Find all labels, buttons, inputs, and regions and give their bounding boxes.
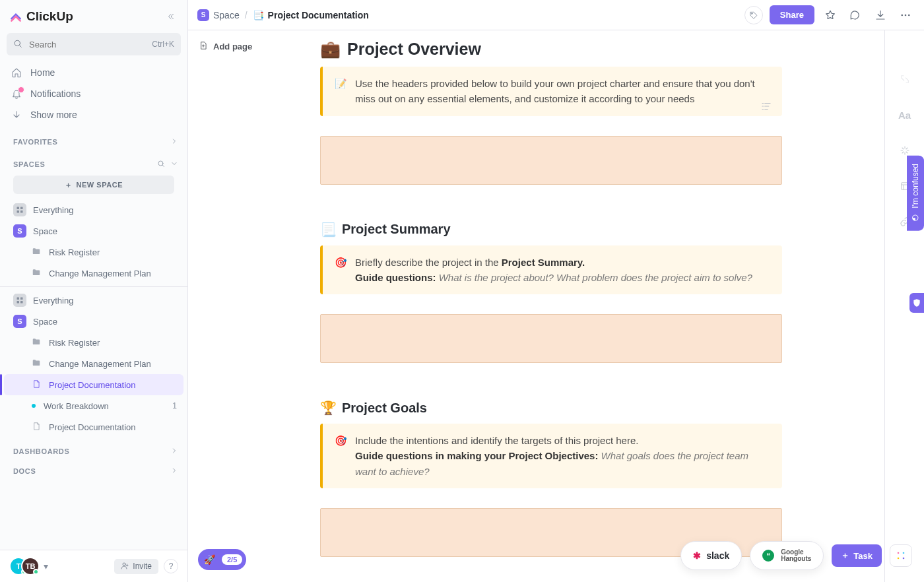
callout-summary[interactable]: 🎯 Briefly describe the project in the Pr…: [320, 245, 782, 295]
breadcrumb-doc[interactable]: 📑 Project Documentation: [253, 10, 369, 20]
logo[interactable]: ClickUp: [9, 9, 73, 24]
briefcase-icon: 💼: [320, 40, 341, 59]
section-docs[interactable]: DOCS: [0, 463, 187, 482]
collapse-sidebar-button[interactable]: [164, 9, 178, 24]
plus-icon: ＋: [65, 180, 73, 190]
empty-content-block[interactable]: [320, 314, 782, 363]
search-input-container[interactable]: Ctrl+K: [7, 33, 181, 55]
expand-icon[interactable]: [896, 70, 914, 88]
tree-space[interactable]: S Space: [4, 220, 183, 242]
nav-show-more-label: Show more: [30, 110, 77, 120]
document-body[interactable]: 💼 Project Overview 📝 Use the headers pro…: [320, 30, 782, 557]
space-avatar: S: [197, 9, 209, 21]
svg-point-1: [158, 161, 163, 166]
tree-everything-2[interactable]: Everything: [4, 290, 183, 311]
tree-project-documentation-2[interactable]: Project Documentation: [4, 416, 183, 437]
avatar-group[interactable]: T TB ▾: [9, 557, 48, 575]
help-button[interactable]: ?: [164, 559, 178, 573]
star-button[interactable]: [821, 6, 840, 24]
slack-icon: ✱: [693, 550, 701, 561]
heading-project-goals[interactable]: 🏆 Project Goals: [320, 400, 782, 416]
heading-project-summary[interactable]: 📃 Project Summary: [320, 222, 782, 238]
svg-rect-8: [17, 301, 20, 304]
grid-icon: [13, 294, 26, 307]
heading-project-overview[interactable]: 💼 Project Overview: [320, 40, 782, 59]
search-input[interactable]: [28, 39, 147, 50]
topbar: S Space / 📑 Project Documentation Share: [188, 0, 924, 30]
svg-point-14: [908, 14, 910, 16]
onboarding-pill[interactable]: 🚀 2/5: [198, 549, 246, 570]
section-favorites[interactable]: FAVORITES: [0, 128, 187, 150]
tree-risk-register-2[interactable]: Risk Register: [4, 332, 183, 353]
new-task-button[interactable]: ＋ Task: [832, 544, 882, 567]
tree-change-plan[interactable]: Change Management Plan: [4, 263, 183, 284]
new-space-button[interactable]: ＋ NEW SPACE: [13, 176, 174, 194]
svg-point-18: [898, 558, 900, 560]
item-count: 1: [172, 401, 177, 410]
svg-rect-6: [17, 298, 20, 300]
im-confused-button[interactable]: ◔ I'm confused: [907, 156, 924, 231]
svg-point-11: [751, 13, 752, 14]
tree-risk-register[interactable]: Risk Register: [4, 242, 183, 263]
memo-icon: 📝: [335, 76, 347, 107]
svg-point-16: [898, 552, 900, 554]
search-icon: [13, 39, 22, 50]
svg-rect-5: [20, 210, 23, 213]
svg-rect-9: [20, 301, 23, 304]
nav-notifications-label: Notifications: [30, 88, 81, 99]
doc-icon: [32, 422, 42, 432]
sidebar-footer: T TB ▾ Invite ?: [0, 550, 187, 582]
chevron-down-icon[interactable]: [170, 160, 178, 169]
download-button[interactable]: [871, 6, 890, 24]
list-dot-icon: [32, 404, 36, 408]
svg-rect-3: [20, 207, 23, 210]
search-spaces-icon[interactable]: [157, 160, 165, 169]
svg-point-12: [901, 14, 903, 16]
avatar[interactable]: TB: [21, 557, 40, 575]
share-button[interactable]: Share: [770, 5, 814, 24]
chevron-right-icon: [170, 447, 178, 456]
folder-icon: [32, 268, 42, 278]
tag-button[interactable]: [744, 6, 763, 24]
folder-icon: [32, 358, 42, 369]
target-icon: 🎯: [335, 433, 347, 479]
folder-icon: [32, 247, 42, 257]
tree-everything[interactable]: Everything: [4, 199, 183, 220]
trophy-icon: 🏆: [320, 400, 337, 416]
nav-notifications[interactable]: Notifications: [4, 83, 183, 104]
section-spaces[interactable]: SPACES: [0, 150, 187, 173]
typography-button[interactable]: Aa: [896, 106, 914, 124]
callout-overview[interactable]: 📝 Use the headers provided below to buil…: [320, 67, 782, 116]
tree-project-documentation[interactable]: Project Documentation: [4, 374, 183, 395]
slack-chip[interactable]: ✱ slack: [680, 541, 742, 570]
page-plus-icon: [199, 41, 208, 52]
svg-rect-7: [20, 298, 23, 300]
nav-show-more[interactable]: Show more: [4, 104, 183, 125]
empty-content-block[interactable]: [320, 136, 782, 185]
tree-change-plan-2[interactable]: Change Management Plan: [4, 353, 183, 374]
clock-icon: ◔: [911, 214, 920, 223]
bell-icon: [11, 88, 22, 99]
folder-icon: [32, 337, 42, 348]
more-button[interactable]: [896, 6, 915, 24]
nav-home[interactable]: Home: [4, 62, 183, 83]
callout-goals[interactable]: 🎯 Include the intentions and identify th…: [320, 424, 782, 488]
add-page-button[interactable]: Add page: [195, 38, 314, 55]
tree-space-2[interactable]: S Space: [4, 311, 183, 332]
user-plus-icon: [121, 562, 129, 571]
target-icon: 🎯: [335, 255, 347, 286]
comment-button[interactable]: [846, 6, 865, 24]
hangouts-icon: “: [762, 550, 774, 562]
invite-button[interactable]: Invite: [114, 559, 158, 574]
privacy-shield-button[interactable]: [909, 293, 924, 313]
breadcrumb-space[interactable]: S Space: [197, 9, 240, 21]
page-icon: 📃: [320, 222, 337, 238]
chevron-down-icon[interactable]: ▾: [44, 561, 48, 571]
apps-button[interactable]: [890, 544, 912, 567]
outline-button[interactable]: [760, 100, 772, 114]
section-dashboards[interactable]: DASHBOARDS: [0, 437, 187, 463]
tree-work-breakdown[interactable]: Work Breakdown 1: [4, 395, 183, 416]
arrow-down-icon: [11, 110, 22, 120]
svg-point-19: [903, 558, 905, 560]
hangouts-chip[interactable]: “ GoogleHangouts: [750, 541, 824, 570]
